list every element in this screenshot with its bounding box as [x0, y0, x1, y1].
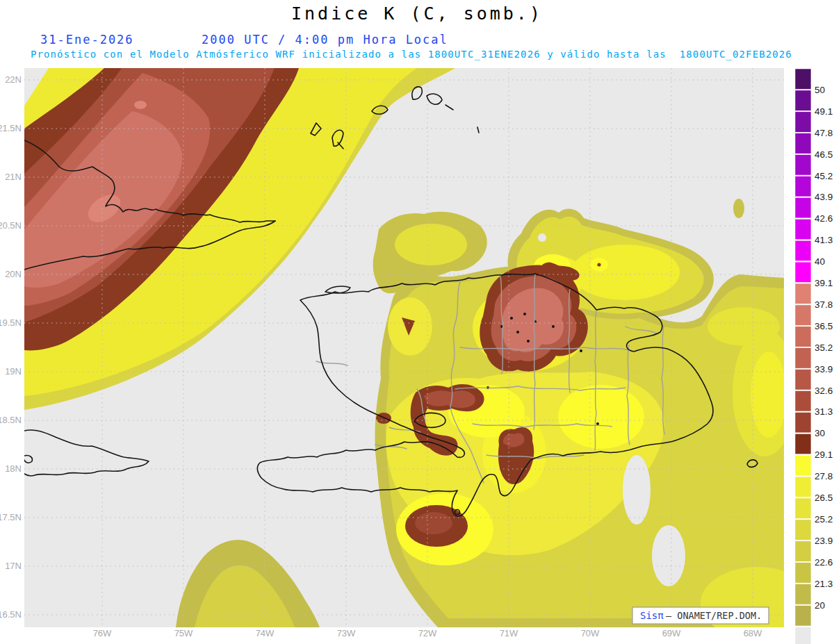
colorbar-tick-label: 43.9 — [815, 192, 833, 202]
colorbar-tick-label: 41.3 — [815, 235, 833, 245]
colorbar-segment — [795, 412, 811, 433]
lat-tick-label: 18N — [5, 463, 22, 474]
colorbar-segment — [795, 305, 811, 326]
lat-tick-label: 19N — [5, 366, 22, 377]
colorbar-tick-label: 30 — [815, 428, 825, 438]
lon-tick-label: 74W — [256, 628, 275, 638]
colorbar-segment — [795, 498, 811, 519]
colorbar-tick-label: 45.2 — [815, 171, 833, 181]
lat-tick-label: 17.5N — [0, 512, 22, 522]
lon-tick-label: 69W — [662, 628, 681, 638]
lon-tick-label: 68W — [744, 628, 762, 638]
colorbar-tick-label: 47.8 — [815, 128, 833, 138]
colorbar-segment — [795, 219, 811, 240]
colorbar-segment — [795, 370, 811, 390]
colorbar-tick-label: 49.1 — [815, 106, 833, 117]
lat-tick-label: 21N — [5, 172, 22, 182]
latitude-axis: 22N21.5N21N20.5N20N19.5N19N18.5N18N17.5N… — [0, 74, 22, 620]
colorbar-legend: 5049.147.846.545.243.942.641.34039.137.8… — [795, 69, 833, 644]
colorbar-segment — [795, 627, 811, 644]
colorbar-tick-label: 25.2 — [815, 514, 833, 525]
colorbar-tick-label: 50 — [815, 85, 825, 95]
k-index-map: 22N21.5N21N20.5N20N19.5N19N18.5N18N17.5N… — [0, 0, 834, 644]
colorbar-segment — [795, 348, 811, 369]
colorbar-segment — [795, 584, 811, 605]
colorbar-tick-label: 31.3 — [815, 406, 833, 417]
lat-tick-label: 19.5N — [0, 317, 22, 328]
colorbar-segment — [795, 90, 811, 111]
longitude-axis: 76W75W74W73W72W71W70W69W68W — [93, 628, 762, 638]
lat-tick-label: 20N — [5, 269, 22, 279]
colorbar-segment — [795, 477, 811, 497]
lat-tick-label: 16.5N — [0, 609, 22, 620]
colorbar-tick-label: 35.2 — [815, 342, 833, 353]
watermark-brand: Sisπ — [640, 610, 664, 621]
colorbar-segment — [795, 133, 811, 154]
weather-map-page: Indice K (C, somb.) 31-Ene-2026 2000 UTC… — [0, 0, 834, 644]
colorbar-tick-label: 42.6 — [815, 213, 833, 224]
colorbar-tick-label: 36.5 — [815, 321, 833, 331]
colorbar-tick-label: 46.5 — [815, 149, 833, 160]
colorbar-tick-label: 29.1 — [815, 449, 833, 460]
colorbar-tick-label: 32.6 — [815, 386, 833, 396]
colorbar-tick-label: 21.3 — [815, 579, 833, 589]
colorbar-tick-label: 37.8 — [815, 299, 833, 310]
lon-tick-label: 73W — [337, 628, 356, 638]
colorbar-segment — [795, 520, 811, 540]
colorbar-segment — [795, 155, 811, 176]
colorbar-segment — [795, 434, 811, 454]
colorbar-tick-label: 20 — [815, 600, 825, 611]
lon-tick-label: 70W — [581, 628, 600, 638]
colorbar-segment — [795, 240, 811, 261]
colorbar-tick-label: 39.1 — [815, 278, 833, 288]
colorbar-tick-label: 23.9 — [815, 536, 833, 546]
watermark: Sisπ – ONAMET/REP.DOM. — [632, 607, 769, 624]
colorbar-tick-label: 26.5 — [815, 493, 833, 503]
colorbar-segment — [795, 606, 811, 627]
colorbar-segment — [795, 262, 811, 283]
lat-tick-label: 18.5N — [0, 415, 22, 425]
colorbar-segment — [795, 69, 811, 90]
lon-tick-label: 76W — [93, 628, 112, 638]
lon-tick-label: 75W — [174, 628, 193, 638]
colorbar-segment — [795, 112, 811, 133]
colorbar-segment — [795, 541, 811, 562]
lat-tick-label: 17N — [5, 561, 22, 571]
colorbar-segment — [795, 197, 811, 218]
colorbar-segment — [795, 327, 811, 347]
lon-tick-label: 72W — [418, 628, 437, 638]
colorbar-segment — [795, 283, 811, 304]
colorbar-segment — [795, 391, 811, 412]
colorbar-segment — [795, 176, 811, 197]
colorbar-segment — [795, 455, 811, 476]
colorbar-tick-label: 33.9 — [815, 364, 833, 374]
lat-tick-label: 22N — [5, 74, 22, 85]
lat-tick-label: 21.5N — [0, 123, 22, 133]
colorbar-segment — [795, 563, 811, 584]
lon-tick-label: 71W — [500, 628, 518, 638]
colorbar-tick-label: 40 — [815, 256, 825, 267]
colorbar-tick-label: 22.6 — [815, 557, 833, 568]
lat-tick-label: 20.5N — [0, 220, 22, 231]
colorbar-tick-label: 27.8 — [815, 471, 833, 481]
watermark-text: – ONAMET/REP.DOM. — [666, 610, 762, 621]
